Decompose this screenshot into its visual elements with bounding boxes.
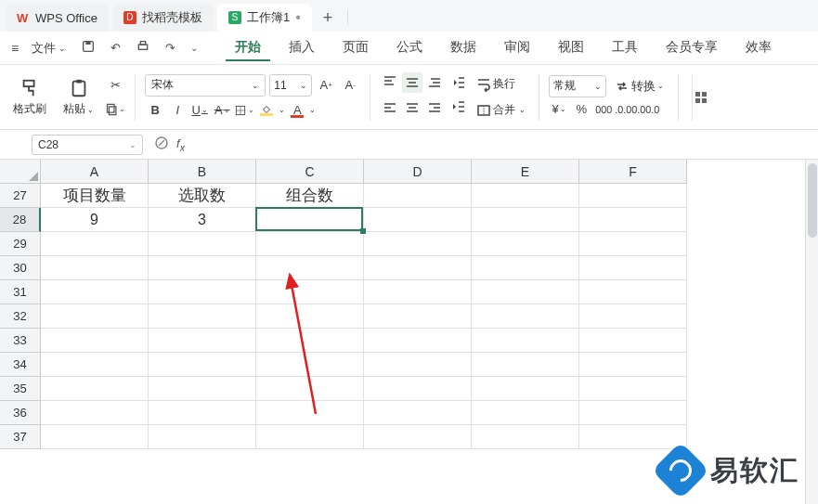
increase-indent-icon[interactable] <box>448 97 469 117</box>
cell[interactable] <box>472 184 579 208</box>
cell[interactable] <box>472 256 579 280</box>
cell[interactable] <box>579 377 687 401</box>
bold-button[interactable]: B <box>145 100 165 121</box>
column-header[interactable]: E <box>472 160 579 184</box>
cell[interactable] <box>41 377 149 401</box>
font-color-button[interactable]: A <box>287 100 307 121</box>
cell[interactable] <box>364 329 472 353</box>
cell[interactable] <box>364 377 472 401</box>
cell[interactable] <box>579 208 687 232</box>
align-top-icon[interactable] <box>380 72 400 93</box>
cell[interactable] <box>256 232 364 256</box>
row-header[interactable]: 31 <box>0 280 41 304</box>
fill-color-button[interactable] <box>256 100 277 121</box>
cell[interactable]: 3 <box>149 208 256 232</box>
cell[interactable] <box>472 280 579 304</box>
cell[interactable] <box>149 329 256 353</box>
row-header[interactable]: 29 <box>0 232 41 256</box>
vertical-scrollbar[interactable] <box>805 160 818 504</box>
row-header[interactable]: 32 <box>0 304 41 329</box>
cell[interactable] <box>579 280 687 304</box>
cell[interactable] <box>41 401 149 425</box>
cancel-formula-icon[interactable] <box>154 136 169 153</box>
cell[interactable]: 9 <box>41 208 149 232</box>
column-header[interactable]: A <box>41 160 149 184</box>
cell[interactable] <box>256 425 364 449</box>
formula-input[interactable] <box>192 135 656 155</box>
cell[interactable] <box>579 232 687 256</box>
cell[interactable] <box>149 401 256 425</box>
chevron-down-icon[interactable]: ⌄ <box>279 106 285 114</box>
cell[interactable] <box>256 377 364 401</box>
cell[interactable]: 组合数 <box>256 184 364 208</box>
convert-button[interactable]: 转换 ⌄ <box>610 75 669 97</box>
cell[interactable] <box>256 208 364 232</box>
menu-page[interactable]: 页面 <box>333 35 378 61</box>
cell[interactable] <box>579 256 687 280</box>
align-right-icon[interactable] <box>424 98 445 119</box>
cell[interactable]: 选取数 <box>149 184 256 208</box>
paste-button[interactable]: 粘贴 ⌄ <box>58 75 99 119</box>
cell[interactable] <box>256 304 364 329</box>
align-left-icon[interactable] <box>380 98 400 119</box>
fx-icon[interactable]: fx <box>176 136 185 153</box>
cell[interactable] <box>41 425 149 449</box>
name-box[interactable]: C28 ⌄ <box>32 135 143 155</box>
cell[interactable] <box>364 184 472 208</box>
percent-button[interactable]: % <box>571 99 591 120</box>
align-bottom-icon[interactable] <box>424 72 445 93</box>
strikethrough-button[interactable]: A⌄ <box>212 100 232 121</box>
cell[interactable]: 项目数量 <box>41 184 149 208</box>
row-header[interactable]: 33 <box>0 329 41 353</box>
menu-tools[interactable]: 工具 <box>603 35 647 61</box>
cell[interactable] <box>472 232 579 256</box>
wrap-text-button[interactable]: 换行 <box>473 72 529 97</box>
merge-cells-button[interactable]: 合并 ⌄ <box>473 98 529 123</box>
menu-vip[interactable]: 会员专享 <box>656 35 727 61</box>
scrollbar-thumb[interactable] <box>808 163 817 238</box>
tab-wps-home[interactable]: W WPS Office <box>6 4 109 32</box>
row-header[interactable]: 28 <box>0 208 41 232</box>
print-icon[interactable] <box>130 35 156 60</box>
cell[interactable] <box>149 232 256 256</box>
cell[interactable] <box>149 280 256 304</box>
cell[interactable] <box>149 304 256 329</box>
cell[interactable] <box>472 425 579 449</box>
menu-data[interactable]: 数据 <box>441 35 486 61</box>
decrease-font-icon[interactable]: A- <box>340 75 360 96</box>
borders-button[interactable]: ⌄ <box>234 100 254 121</box>
menu-formula[interactable]: 公式 <box>387 35 432 61</box>
menu-efficiency[interactable]: 效率 <box>736 35 781 61</box>
row-header[interactable]: 35 <box>0 377 41 401</box>
menu-start[interactable]: 开始 <box>226 35 270 61</box>
cell[interactable] <box>579 425 687 449</box>
cell[interactable] <box>149 353 256 377</box>
currency-button[interactable]: ¥⌄ <box>549 99 569 120</box>
cell[interactable] <box>472 304 579 329</box>
cell[interactable] <box>364 256 472 280</box>
row-header[interactable]: 27 <box>0 184 41 208</box>
undo-icon[interactable]: ↶ <box>105 37 126 58</box>
font-name-select[interactable]: 宋体 ⌄ <box>145 74 266 97</box>
hamburger-menu-icon[interactable]: ≡ <box>7 41 22 56</box>
column-header[interactable]: F <box>579 160 687 184</box>
cell[interactable] <box>579 353 687 377</box>
row-header[interactable]: 34 <box>0 353 41 377</box>
ribbon-overflow-icon[interactable] <box>692 74 708 121</box>
cut-icon[interactable]: ✂ <box>105 75 125 96</box>
column-header[interactable]: D <box>364 160 472 184</box>
decrease-indent-icon[interactable] <box>448 72 469 93</box>
column-header[interactable]: B <box>149 160 256 184</box>
cell[interactable] <box>364 232 472 256</box>
format-painter-button[interactable]: 格式刷 <box>7 75 52 119</box>
cell[interactable] <box>364 401 472 425</box>
copy-icon[interactable]: ⌄ <box>105 99 125 120</box>
cell[interactable] <box>472 208 579 232</box>
tab-workbook[interactable]: S 工作簿1 • <box>217 4 312 32</box>
decrease-decimal-icon[interactable]: .0.00 <box>616 99 636 120</box>
cell[interactable] <box>41 232 149 256</box>
cell[interactable] <box>256 280 364 304</box>
redo-icon[interactable]: ↷ <box>160 37 181 58</box>
menu-review[interactable]: 审阅 <box>495 35 539 61</box>
cell[interactable] <box>579 184 687 208</box>
